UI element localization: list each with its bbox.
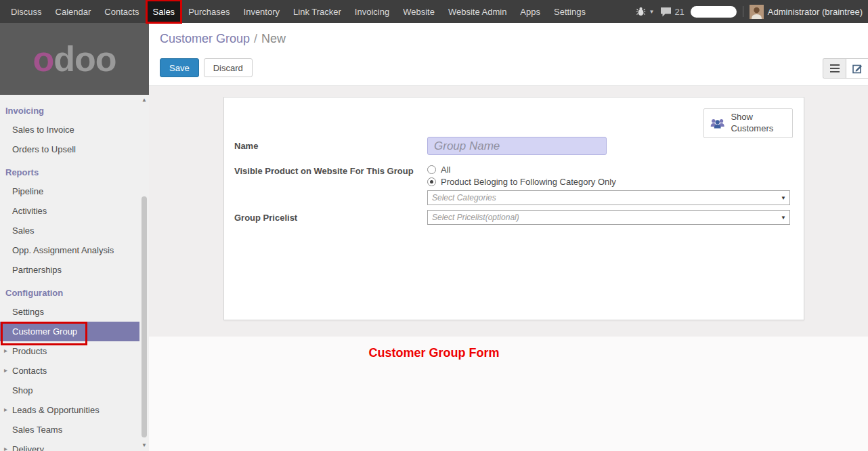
odoo-logo: odoo (32, 41, 116, 77)
sidebar-item-partnerships[interactable]: Partnerships (0, 260, 139, 280)
topbar-menu-invoicing[interactable]: Invoicing (348, 0, 396, 23)
main-area: Customer Group/New Save Discard (149, 23, 868, 451)
user-menu[interactable]: Administrator (braintree) (750, 5, 863, 19)
below-sheet-zone: Customer Group Form (149, 337, 868, 451)
customers-group-icon (710, 116, 725, 131)
messages-count: 21 (674, 7, 684, 17)
topbar-right: ▼ 21 Administrator (braintree) (636, 5, 868, 19)
topbar-menu-website-admin[interactable]: Website Admin (441, 0, 513, 23)
sidebar-item-label: Leads & Opportunities (12, 405, 100, 415)
sidebar-heading-reports[interactable]: Reports (0, 163, 139, 181)
breadcrumb-parent[interactable]: Customer Group (160, 32, 250, 45)
sidebar-item-shop[interactable]: Shop (0, 381, 139, 400)
edit-form-icon (852, 64, 863, 74)
topbar-menu-link-tracker[interactable]: Link Tracker (286, 0, 348, 23)
select-arrow-icon: ▼ (781, 195, 786, 201)
radio-icon (427, 165, 436, 174)
show-customers-button[interactable]: Show Customers (703, 108, 793, 138)
debug-menu[interactable]: ▼ (636, 7, 654, 16)
topbar-menu-calendar[interactable]: Calendar (49, 0, 98, 23)
categories-select-placeholder: Select Categories (432, 193, 496, 202)
breadcrumb-current: New (261, 32, 286, 45)
caret-down-icon: ▼ (649, 9, 654, 15)
visibility-field-row: Visible Product on Website For This Grou… (234, 165, 790, 205)
list-icon (830, 64, 840, 72)
user-name: Administrator (braintree) (768, 7, 863, 17)
sidebar-item-orders-to-upsell[interactable]: Orders to Upsell (0, 139, 139, 159)
show-customers-label: Show Customers (731, 112, 787, 135)
scroll-down-icon[interactable]: ▼ (139, 442, 149, 450)
sidebar-item-label: Delivery (12, 444, 44, 451)
scroll-up-icon[interactable]: ▲ (139, 96, 149, 104)
logo-letters: doo (53, 39, 116, 79)
sidebar-item-contacts[interactable]: ▸Contacts (0, 361, 139, 381)
visibility-label: Visible Product on Website For This Grou… (234, 165, 427, 205)
expand-arrow-icon: ▸ (4, 406, 7, 413)
select-arrow-icon: ▼ (781, 215, 786, 221)
sidebar-item-sales-teams[interactable]: Sales Teams (0, 420, 139, 439)
scrollbar-thumb[interactable] (142, 196, 147, 437)
expand-arrow-icon: ▸ (4, 445, 7, 451)
sidebar-item-products[interactable]: ▸Products (0, 341, 139, 361)
radio-checked-icon (427, 177, 436, 186)
sidebar-item-leads-opportunities[interactable]: ▸Leads & Opportunities (0, 400, 139, 420)
topbar-menu-contacts[interactable]: Contacts (97, 0, 146, 23)
annotation-caption: Customer Group Form (149, 337, 719, 360)
topbar-menu-settings[interactable]: Settings (547, 0, 592, 23)
breadcrumb: Customer Group/New (149, 23, 868, 46)
breadcrumb-separator: / (254, 32, 257, 45)
pricelist-select-placeholder: Select Pricelist(optional) (432, 213, 519, 222)
topbar-menu-sales[interactable]: Sales (146, 0, 182, 23)
topbar-divider (743, 6, 743, 17)
logo-area: odoo (0, 23, 149, 95)
list-view-button[interactable] (823, 59, 846, 78)
sheet-zone: Show Customers Name Visible Product on W… (149, 97, 868, 337)
sidebar-item-label: Products (12, 346, 47, 356)
discard-button[interactable]: Discard (204, 58, 253, 77)
sidebar-scrollbar[interactable]: ▲ ▼ (139, 95, 149, 451)
sidebar-item-delivery[interactable]: ▸Delivery (0, 439, 139, 451)
bug-icon (636, 7, 646, 16)
messages-icon (660, 7, 672, 17)
progress-pill (691, 6, 737, 18)
form-sheet: Show Customers Name Visible Product on W… (223, 97, 804, 320)
sidebar-heading-configuration[interactable]: Configuration (0, 284, 139, 302)
control-buttons: Save Discard (160, 58, 253, 77)
radio-option-all[interactable]: All (427, 165, 790, 175)
pricelist-select[interactable]: Select Pricelist(optional) ▼ (427, 210, 790, 225)
sidebar-item-activities[interactable]: Activities (0, 201, 139, 221)
sidebar-item-settings[interactable]: Settings (0, 302, 139, 322)
radio-category-label: Product Beloging to Following Category O… (441, 177, 616, 187)
topbar: Discuss Calendar Contacts Sales Purchase… (0, 0, 868, 23)
topbar-menu-discuss[interactable]: Discuss (4, 0, 49, 23)
sidebar-item-customer-group[interactable]: Customer Group (0, 322, 139, 341)
form-view-button[interactable] (846, 59, 868, 78)
sidebar-menu: Invoicing Sales to Invoice Orders to Ups… (0, 95, 139, 451)
categories-select[interactable]: Select Categories ▼ (427, 190, 790, 205)
sidebar-item-pipeline[interactable]: Pipeline (0, 181, 139, 201)
pricelist-label: Group Pricelist (234, 210, 427, 225)
expand-arrow-icon: ▸ (4, 347, 7, 354)
sidebar-item-sales[interactable]: Sales (0, 221, 139, 240)
topbar-menu: Discuss Calendar Contacts Sales Purchase… (0, 0, 592, 23)
radio-option-category[interactable]: Product Beloging to Following Category O… (427, 177, 790, 187)
topbar-menu-apps[interactable]: Apps (513, 0, 547, 23)
control-panel: Customer Group/New Save Discard (149, 23, 868, 86)
sidebar-item-opp-assignment-analysis[interactable]: Opp. Assignment Analysis (0, 240, 139, 260)
sidebar-heading-invoicing[interactable]: Invoicing (0, 102, 139, 120)
name-label: Name (234, 137, 427, 155)
pricelist-field-row: Group Pricelist Select Pricelist(optiona… (234, 210, 790, 225)
topbar-menu-website[interactable]: Website (396, 0, 441, 23)
sidebar-item-sales-to-invoice[interactable]: Sales to Invoice (0, 120, 139, 139)
group-name-input[interactable] (427, 137, 607, 155)
sidebar: odoo Invoicing Sales to Invoice Orders t… (0, 23, 149, 451)
expand-arrow-icon: ▸ (4, 366, 7, 374)
form-view: Show Customers Name Visible Product on W… (149, 86, 868, 451)
topbar-menu-inventory[interactable]: Inventory (237, 0, 286, 23)
save-button[interactable]: Save (160, 58, 199, 77)
name-field-row: Name (234, 137, 790, 155)
messages-widget[interactable]: 21 (660, 7, 684, 17)
topbar-menu-purchases[interactable]: Purchases (181, 0, 236, 23)
logo-letter: o (32, 39, 53, 79)
odoo-backend-screen: Discuss Calendar Contacts Sales Purchase… (0, 0, 868, 451)
